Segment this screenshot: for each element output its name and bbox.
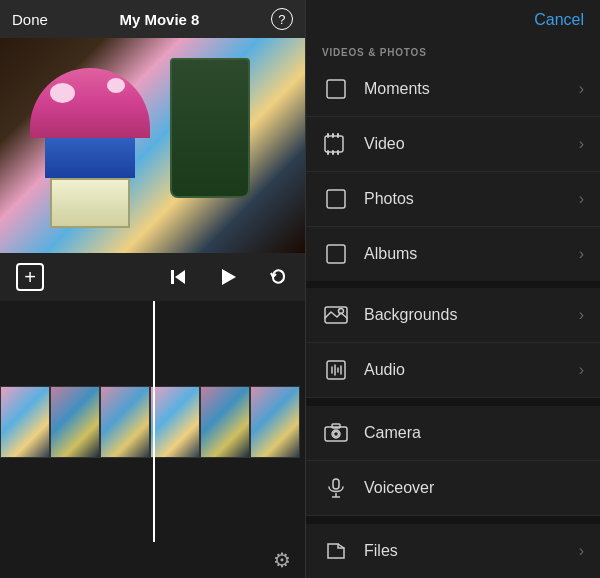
project-title: My Movie 8 xyxy=(119,11,199,28)
photos-chevron: › xyxy=(579,190,584,208)
moments-icon xyxy=(322,75,350,103)
playback-controls: + xyxy=(0,253,305,301)
albums-label: Albums xyxy=(364,245,579,263)
svg-rect-15 xyxy=(327,361,345,379)
film-frame-3 xyxy=(100,386,150,458)
files-chevron: › xyxy=(579,542,584,560)
svg-rect-6 xyxy=(332,133,334,138)
svg-point-14 xyxy=(339,309,344,314)
albums-chevron: › xyxy=(579,245,584,263)
backgrounds-label: Backgrounds xyxy=(364,306,579,324)
audio-icon xyxy=(322,356,350,384)
undo-button[interactable] xyxy=(267,266,289,288)
backgrounds-chevron: › xyxy=(579,306,584,324)
film-frame-2 xyxy=(50,386,100,458)
backgrounds-icon xyxy=(322,301,350,329)
menu-item-backgrounds[interactable]: Backgrounds › xyxy=(306,288,600,343)
film-frame-5 xyxy=(200,386,250,458)
skip-back-button[interactable] xyxy=(167,266,189,288)
files-icon xyxy=(322,537,350,565)
cup-decoration xyxy=(170,58,250,198)
svg-rect-7 xyxy=(337,133,339,138)
media-menu: Moments › Video › xyxy=(306,62,600,281)
video-preview xyxy=(0,38,305,253)
video-chevron: › xyxy=(579,135,584,153)
svg-rect-20 xyxy=(333,479,339,489)
bottom-bar: ⚙ xyxy=(0,542,305,578)
left-panel: Done My Movie 8 ? + xyxy=(0,0,305,578)
playhead xyxy=(153,301,155,542)
film-frame-1 xyxy=(0,386,50,458)
svg-rect-4 xyxy=(325,136,343,152)
svg-rect-5 xyxy=(327,133,329,138)
film-frame-4 xyxy=(150,386,200,458)
mushroom-decoration xyxy=(30,68,150,228)
right-panel: Cancel VIDEOS & PHOTOS Moments › xyxy=(305,0,600,578)
video-icon xyxy=(322,130,350,158)
add-media-button[interactable]: + xyxy=(16,263,44,291)
svg-rect-0 xyxy=(171,270,174,284)
cancel-button[interactable]: Cancel xyxy=(534,11,584,29)
help-button[interactable]: ? xyxy=(271,8,293,30)
files-label: Files xyxy=(364,542,579,560)
section-divider-3 xyxy=(306,516,600,524)
svg-rect-9 xyxy=(332,150,334,155)
film-frame-6 xyxy=(250,386,300,458)
video-label: Video xyxy=(364,135,579,153)
moments-label: Moments xyxy=(364,80,579,98)
svg-point-19 xyxy=(334,432,339,437)
svg-rect-18 xyxy=(332,424,340,428)
section-divider-1 xyxy=(306,281,600,288)
other-menu: Backgrounds › Audio › xyxy=(306,288,600,578)
svg-marker-2 xyxy=(222,269,236,285)
svg-rect-11 xyxy=(327,190,345,208)
svg-rect-12 xyxy=(327,245,345,263)
settings-button[interactable]: ⚙ xyxy=(273,548,291,572)
audio-chevron: › xyxy=(579,361,584,379)
audio-label: Audio xyxy=(364,361,579,379)
moments-chevron: › xyxy=(579,80,584,98)
camera-label: Camera xyxy=(364,424,579,442)
app-header: Done My Movie 8 ? xyxy=(0,0,305,38)
menu-item-video[interactable]: Video › xyxy=(306,117,600,172)
svg-rect-16 xyxy=(325,427,347,441)
voiceover-icon xyxy=(322,474,350,502)
photos-icon xyxy=(322,185,350,213)
play-button[interactable] xyxy=(217,266,239,288)
menu-item-files[interactable]: Files › xyxy=(306,524,600,578)
svg-rect-10 xyxy=(337,150,339,155)
section-divider-2 xyxy=(306,398,600,406)
voiceover-label: Voiceover xyxy=(364,479,579,497)
timeline[interactable] xyxy=(0,301,305,542)
svg-rect-8 xyxy=(327,150,329,155)
section-label-videos-photos: VIDEOS & PHOTOS xyxy=(306,41,600,62)
photos-label: Photos xyxy=(364,190,579,208)
right-header: Cancel xyxy=(306,0,600,41)
menu-item-audio[interactable]: Audio › xyxy=(306,343,600,398)
menu-item-photos[interactable]: Photos › xyxy=(306,172,600,227)
camera-icon xyxy=(322,419,350,447)
svg-marker-1 xyxy=(175,270,185,284)
albums-icon xyxy=(322,240,350,268)
preview-frame xyxy=(0,38,305,253)
menu-item-voiceover[interactable]: Voiceover › xyxy=(306,461,600,516)
film-strip xyxy=(0,386,300,458)
menu-item-moments[interactable]: Moments › xyxy=(306,62,600,117)
menu-item-albums[interactable]: Albums › xyxy=(306,227,600,281)
svg-rect-3 xyxy=(327,80,345,98)
menu-item-camera[interactable]: Camera › xyxy=(306,406,600,461)
done-button[interactable]: Done xyxy=(12,11,48,28)
